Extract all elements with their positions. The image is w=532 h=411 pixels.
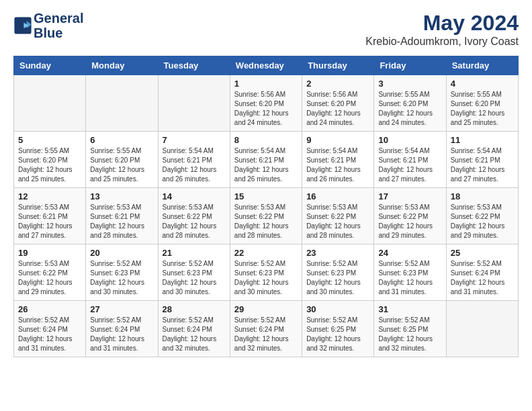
week-row-2: 12Sunrise: 5:53 AM Sunset: 6:21 PM Dayli… xyxy=(14,188,519,244)
day-number: 23 xyxy=(306,248,369,258)
header-cell-thursday: Thursday xyxy=(302,56,374,75)
day-info: Sunrise: 5:52 AM Sunset: 6:23 PM Dayligh… xyxy=(90,259,153,297)
day-info: Sunrise: 5:52 AM Sunset: 6:23 PM Dayligh… xyxy=(306,259,369,297)
day-cell: 8Sunrise: 5:54 AM Sunset: 6:21 PM Daylig… xyxy=(230,132,302,188)
day-info: Sunrise: 5:53 AM Sunset: 6:22 PM Dayligh… xyxy=(306,203,369,240)
day-number: 24 xyxy=(378,248,441,258)
day-cell: 25Sunrise: 5:52 AM Sunset: 6:24 PM Dayli… xyxy=(446,244,518,301)
day-info: Sunrise: 5:52 AM Sunset: 6:24 PM Dayligh… xyxy=(234,316,298,353)
day-info: Sunrise: 5:54 AM Sunset: 6:21 PM Dayligh… xyxy=(306,146,369,184)
week-row-1: 5Sunrise: 5:55 AM Sunset: 6:20 PM Daylig… xyxy=(14,132,519,188)
day-info: Sunrise: 5:54 AM Sunset: 6:21 PM Dayligh… xyxy=(163,146,226,184)
week-row-4: 26Sunrise: 5:52 AM Sunset: 6:24 PM Dayli… xyxy=(14,301,519,357)
day-number: 6 xyxy=(90,135,153,145)
logo-text: General Blue xyxy=(34,11,83,40)
day-info: Sunrise: 5:52 AM Sunset: 6:24 PM Dayligh… xyxy=(18,316,81,353)
logo-line2: Blue xyxy=(34,26,83,40)
logo: General Blue xyxy=(13,11,83,40)
day-cell: 28Sunrise: 5:52 AM Sunset: 6:24 PM Dayli… xyxy=(158,301,230,357)
day-cell: 20Sunrise: 5:52 AM Sunset: 6:23 PM Dayli… xyxy=(86,244,158,301)
day-cell: 18Sunrise: 5:53 AM Sunset: 6:22 PM Dayli… xyxy=(446,188,518,244)
day-cell: 27Sunrise: 5:52 AM Sunset: 6:24 PM Dayli… xyxy=(86,301,158,357)
day-info: Sunrise: 5:56 AM Sunset: 6:20 PM Dayligh… xyxy=(306,90,369,128)
day-number: 4 xyxy=(451,79,514,89)
day-info: Sunrise: 5:52 AM Sunset: 6:24 PM Dayligh… xyxy=(163,316,226,353)
main-title: May 2024 xyxy=(365,11,519,36)
day-info: Sunrise: 5:53 AM Sunset: 6:22 PM Dayligh… xyxy=(18,259,81,297)
day-cell: 26Sunrise: 5:52 AM Sunset: 6:24 PM Dayli… xyxy=(14,301,86,357)
day-number: 5 xyxy=(18,135,81,145)
day-info: Sunrise: 5:52 AM Sunset: 6:25 PM Dayligh… xyxy=(378,316,441,353)
day-info: Sunrise: 5:54 AM Sunset: 6:21 PM Dayligh… xyxy=(234,146,298,184)
day-number: 8 xyxy=(234,135,298,145)
day-info: Sunrise: 5:52 AM Sunset: 6:23 PM Dayligh… xyxy=(234,259,298,297)
day-info: Sunrise: 5:55 AM Sunset: 6:20 PM Dayligh… xyxy=(90,146,153,184)
day-number: 13 xyxy=(90,191,153,201)
day-number: 28 xyxy=(163,304,226,314)
day-info: Sunrise: 5:52 AM Sunset: 6:23 PM Dayligh… xyxy=(378,259,441,297)
day-cell: 10Sunrise: 5:54 AM Sunset: 6:21 PM Dayli… xyxy=(374,132,446,188)
day-info: Sunrise: 5:54 AM Sunset: 6:21 PM Dayligh… xyxy=(451,146,514,184)
day-number: 7 xyxy=(163,135,226,145)
day-number: 1 xyxy=(234,79,298,89)
day-cell: 24Sunrise: 5:52 AM Sunset: 6:23 PM Dayli… xyxy=(374,244,446,301)
day-cell: 29Sunrise: 5:52 AM Sunset: 6:24 PM Dayli… xyxy=(230,301,302,357)
day-info: Sunrise: 5:52 AM Sunset: 6:25 PM Dayligh… xyxy=(306,316,369,353)
logo-icon xyxy=(13,16,32,35)
day-cell: 22Sunrise: 5:52 AM Sunset: 6:23 PM Dayli… xyxy=(230,244,302,301)
day-cell: 16Sunrise: 5:53 AM Sunset: 6:22 PM Dayli… xyxy=(302,188,374,244)
day-number: 15 xyxy=(234,191,298,201)
calendar-header: SundayMondayTuesdayWednesdayThursdayFrid… xyxy=(14,56,519,75)
header-cell-saturday: Saturday xyxy=(446,56,518,75)
header-cell-sunday: Sunday xyxy=(14,56,86,75)
day-number: 11 xyxy=(451,135,514,145)
header-row: SundayMondayTuesdayWednesdayThursdayFrid… xyxy=(14,56,519,75)
day-number: 18 xyxy=(451,191,514,201)
logo-line1: General xyxy=(34,11,83,26)
day-cell: 1Sunrise: 5:56 AM Sunset: 6:20 PM Daylig… xyxy=(230,75,302,132)
day-cell: 19Sunrise: 5:53 AM Sunset: 6:22 PM Dayli… xyxy=(14,244,86,301)
day-cell: 14Sunrise: 5:53 AM Sunset: 6:22 PM Dayli… xyxy=(158,188,230,244)
day-number: 31 xyxy=(378,304,441,314)
day-cell: 2Sunrise: 5:56 AM Sunset: 6:20 PM Daylig… xyxy=(302,75,374,132)
day-cell: 9Sunrise: 5:54 AM Sunset: 6:21 PM Daylig… xyxy=(302,132,374,188)
day-info: Sunrise: 5:52 AM Sunset: 6:24 PM Dayligh… xyxy=(90,316,153,353)
day-cell: 30Sunrise: 5:52 AM Sunset: 6:25 PM Dayli… xyxy=(302,301,374,357)
day-number: 27 xyxy=(90,304,153,314)
day-cell: 13Sunrise: 5:53 AM Sunset: 6:21 PM Dayli… xyxy=(86,188,158,244)
day-cell xyxy=(86,75,158,132)
day-number: 9 xyxy=(306,135,369,145)
calendar-body: 1Sunrise: 5:56 AM Sunset: 6:20 PM Daylig… xyxy=(14,75,519,357)
title-section: May 2024 Krebio-Adoumkrom, Ivory Coast xyxy=(365,11,519,48)
day-cell: 31Sunrise: 5:52 AM Sunset: 6:25 PM Dayli… xyxy=(374,301,446,357)
day-number: 30 xyxy=(306,304,369,314)
day-cell: 12Sunrise: 5:53 AM Sunset: 6:21 PM Dayli… xyxy=(14,188,86,244)
day-info: Sunrise: 5:56 AM Sunset: 6:20 PM Dayligh… xyxy=(234,90,298,128)
day-number: 2 xyxy=(306,79,369,89)
day-cell xyxy=(158,75,230,132)
day-cell: 11Sunrise: 5:54 AM Sunset: 6:21 PM Dayli… xyxy=(446,132,518,188)
week-row-3: 19Sunrise: 5:53 AM Sunset: 6:22 PM Dayli… xyxy=(14,244,519,301)
day-cell: 6Sunrise: 5:55 AM Sunset: 6:20 PM Daylig… xyxy=(86,132,158,188)
day-info: Sunrise: 5:55 AM Sunset: 6:20 PM Dayligh… xyxy=(451,90,514,128)
day-info: Sunrise: 5:53 AM Sunset: 6:22 PM Dayligh… xyxy=(234,203,298,240)
header-cell-friday: Friday xyxy=(374,56,446,75)
page: General Blue May 2024 Krebio-Adoumkrom, … xyxy=(0,0,532,368)
week-row-0: 1Sunrise: 5:56 AM Sunset: 6:20 PM Daylig… xyxy=(14,75,519,132)
header-cell-monday: Monday xyxy=(86,56,158,75)
day-info: Sunrise: 5:53 AM Sunset: 6:22 PM Dayligh… xyxy=(163,203,226,240)
header: General Blue May 2024 Krebio-Adoumkrom, … xyxy=(13,11,519,48)
day-info: Sunrise: 5:53 AM Sunset: 6:22 PM Dayligh… xyxy=(451,203,514,240)
day-cell xyxy=(14,75,86,132)
subtitle: Krebio-Adoumkrom, Ivory Coast xyxy=(365,36,519,48)
day-cell: 4Sunrise: 5:55 AM Sunset: 6:20 PM Daylig… xyxy=(446,75,518,132)
day-cell: 23Sunrise: 5:52 AM Sunset: 6:23 PM Dayli… xyxy=(302,244,374,301)
day-cell: 15Sunrise: 5:53 AM Sunset: 6:22 PM Dayli… xyxy=(230,188,302,244)
day-info: Sunrise: 5:52 AM Sunset: 6:24 PM Dayligh… xyxy=(451,259,514,297)
day-number: 29 xyxy=(234,304,298,314)
day-number: 14 xyxy=(163,191,226,201)
header-cell-tuesday: Tuesday xyxy=(158,56,230,75)
day-number: 12 xyxy=(18,191,81,201)
day-number: 21 xyxy=(163,248,226,258)
day-cell: 21Sunrise: 5:52 AM Sunset: 6:23 PM Dayli… xyxy=(158,244,230,301)
